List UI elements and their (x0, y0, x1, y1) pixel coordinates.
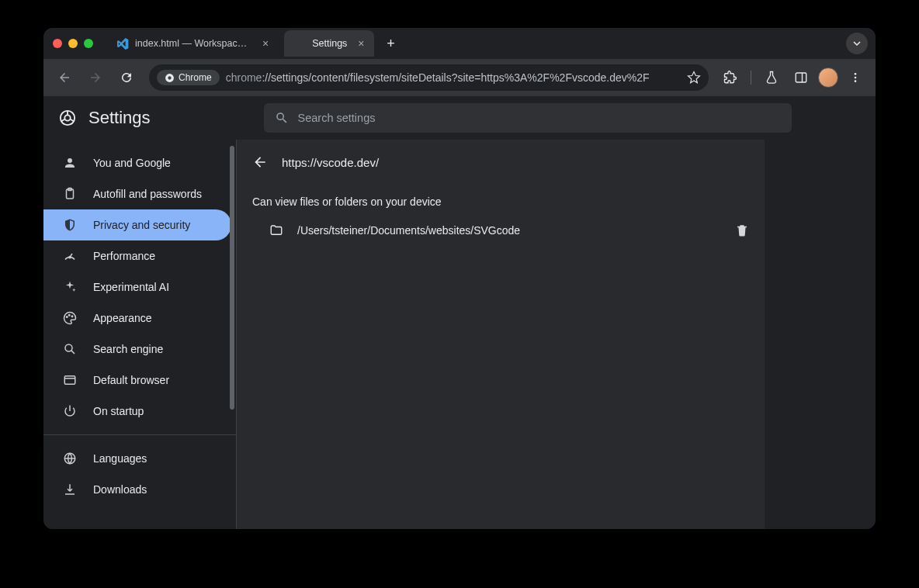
svg-point-6 (855, 80, 857, 82)
back-button[interactable] (51, 64, 78, 91)
extensions-icon[interactable] (718, 65, 743, 90)
close-window-button[interactable] (53, 39, 62, 48)
reload-button[interactable] (113, 64, 140, 91)
svg-point-12 (67, 316, 68, 318)
toolbar-divider (751, 71, 751, 85)
sidebar-label: On startup (93, 405, 144, 417)
window-controls (53, 39, 93, 48)
sidebar-item-privacy-security[interactable]: Privacy and security (43, 209, 231, 240)
address-bar[interactable]: Chrome chrome://settings/content/filesys… (149, 64, 709, 91)
tab-settings[interactable]: Settings × (284, 30, 373, 57)
sidebar-item-performance[interactable]: Performance (43, 240, 231, 272)
svg-rect-17 (64, 376, 75, 385)
sidebar-item-autofill[interactable]: Autofill and passwords (43, 178, 231, 209)
search-placeholder: Search settings (298, 112, 376, 124)
sidebar-item-experimental-ai[interactable]: Experimental AI (43, 272, 231, 303)
sidebar-label: Search engine (93, 343, 163, 355)
clipboard-icon (62, 187, 78, 201)
side-panel-icon[interactable] (789, 65, 813, 90)
profile-avatar[interactable] (818, 67, 838, 88)
sidebar-label: Experimental AI (93, 281, 169, 293)
svg-point-15 (65, 344, 72, 351)
sidebar-label: Privacy and security (93, 219, 190, 231)
sidebar-item-default-browser[interactable]: Default browser (43, 365, 231, 396)
tabs-dropdown-button[interactable] (846, 33, 868, 54)
svg-point-1 (168, 76, 171, 79)
svg-rect-2 (796, 73, 806, 82)
gear-icon (293, 37, 306, 50)
close-tab-icon[interactable]: × (262, 37, 269, 50)
sidebar-item-downloads[interactable]: Downloads (43, 474, 231, 505)
svg-point-8 (64, 115, 70, 120)
download-icon (62, 483, 78, 496)
settings-app: Settings Search settings You and Google … (43, 96, 876, 529)
minimize-window-button[interactable] (68, 39, 78, 48)
tab-strip: index.html — Workspace — V × Settings × … (43, 28, 876, 59)
tab-title: index.html — Workspace — V (135, 38, 251, 49)
close-tab-icon[interactable]: × (358, 37, 364, 50)
section-label: Can view files or folders on your device (237, 185, 765, 213)
palette-icon (62, 311, 78, 325)
tab-vscode[interactable]: index.html — Workspace — V × (107, 30, 278, 57)
delete-entry-button[interactable] (735, 223, 749, 237)
menu-icon[interactable] (843, 65, 868, 90)
svg-point-4 (855, 73, 857, 75)
settings-sidebar: You and Google Autofill and passwords Pr… (43, 140, 236, 529)
fullscreen-window-button[interactable] (84, 39, 93, 48)
sparkle-icon (62, 280, 78, 294)
tab-title: Settings (312, 38, 347, 49)
chrome-logo-icon (59, 109, 76, 126)
site-url: https://vscode.dev/ (282, 156, 379, 169)
sidebar-separator (43, 434, 236, 435)
url-text: chrome://settings/content/filesystem/sit… (226, 71, 650, 84)
sidebar-item-you-and-google[interactable]: You and Google (43, 147, 231, 178)
site-detail-card: https://vscode.dev/ Can view files or fo… (237, 140, 765, 529)
svg-line-16 (71, 351, 75, 354)
sidebar-label: You and Google (93, 157, 171, 169)
new-tab-button[interactable]: + (380, 33, 402, 54)
forward-button[interactable] (82, 64, 109, 91)
sidebar-item-languages[interactable]: Languages (43, 443, 231, 474)
sidebar-item-search-engine[interactable]: Search engine (43, 334, 231, 365)
browser-toolbar: Chrome chrome://settings/content/filesys… (43, 59, 876, 96)
filesystem-entry-row: /Users/tsteiner/Documents/websites/SVGco… (237, 213, 765, 248)
shield-icon (62, 218, 78, 232)
svg-point-13 (69, 315, 71, 316)
search-icon (275, 111, 289, 125)
vscode-icon (116, 37, 129, 50)
settings-body: You and Google Autofill and passwords Pr… (43, 140, 876, 529)
chrome-icon (165, 73, 175, 83)
sidebar-label: Appearance (93, 312, 152, 324)
sidebar-item-appearance[interactable]: Appearance (43, 303, 231, 334)
settings-title: Settings (88, 108, 151, 128)
svg-point-11 (69, 256, 71, 258)
scrollbar-thumb[interactable] (230, 146, 234, 410)
browser-window: index.html — Workspace — V × Settings × … (43, 28, 876, 529)
settings-main-panel: https://vscode.dev/ Can view files or fo… (236, 140, 876, 529)
folder-icon (269, 223, 283, 237)
labs-icon[interactable] (759, 65, 784, 90)
back-arrow-button[interactable] (252, 154, 268, 170)
sidebar-label: Performance (93, 250, 155, 262)
sidebar-item-on-startup[interactable]: On startup (43, 396, 231, 427)
entry-path: /Users/tsteiner/Documents/websites/SVGco… (297, 224, 520, 237)
sidebar-label: Downloads (93, 483, 147, 496)
settings-header: Settings Search settings (43, 96, 876, 140)
browser-icon (62, 373, 78, 387)
svg-point-5 (855, 77, 857, 79)
power-icon (62, 404, 78, 418)
sidebar-label: Default browser (93, 374, 169, 386)
sidebar-label: Languages (93, 452, 147, 465)
chip-label: Chrome (179, 72, 212, 83)
site-chip[interactable]: Chrome (157, 70, 220, 85)
card-header: https://vscode.dev/ (237, 140, 765, 185)
person-icon (62, 156, 78, 170)
search-icon (62, 342, 78, 356)
globe-icon (62, 451, 78, 465)
speedometer-icon (62, 249, 78, 263)
bookmark-star-icon[interactable] (687, 71, 701, 85)
sidebar-label: Autofill and passwords (93, 188, 202, 200)
search-settings-input[interactable]: Search settings (264, 103, 792, 133)
svg-point-14 (71, 316, 73, 317)
